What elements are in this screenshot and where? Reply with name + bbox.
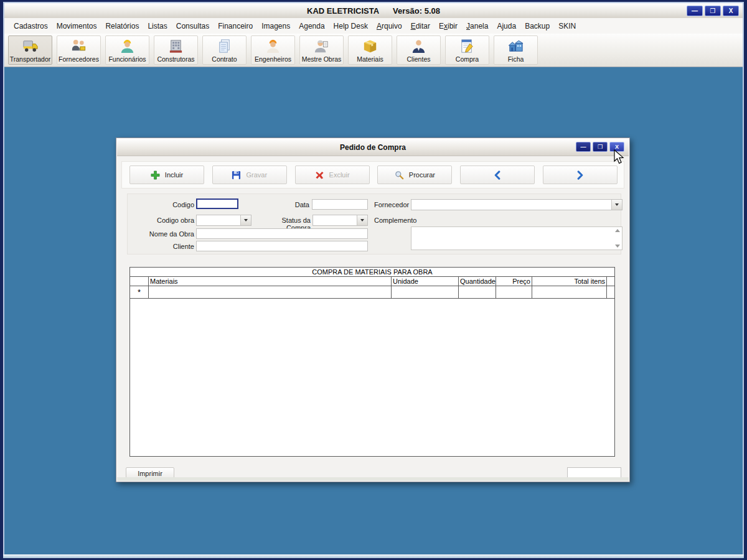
menu-item-arquivo[interactable]: Arquivo <box>372 20 406 32</box>
grid-cell[interactable] <box>392 286 459 298</box>
menu-item-janela[interactable]: Janela <box>462 20 492 32</box>
box-icon <box>362 38 378 55</box>
total-input[interactable] <box>567 467 621 478</box>
grid-filler-cell <box>607 286 614 298</box>
toolbar-button-label: Fornecedores <box>59 55 99 63</box>
toolbar-button-engenheiros[interactable]: Engenheiros <box>251 35 295 65</box>
order-form-panel: Codigo Data Fornecedor Codigo obra Statu… <box>127 194 621 254</box>
grid-new-row[interactable]: * <box>130 286 614 299</box>
data-input[interactable] <box>312 199 368 210</box>
toolbar-button-transportador[interactable]: Transportador <box>8 35 52 65</box>
grid-cell[interactable] <box>459 286 496 298</box>
complemento-scrollbar[interactable] <box>613 227 622 250</box>
toolbar-button-label: Clientes <box>407 55 431 63</box>
grid-header-row: MateriaisUnidadeQuantidadePreçoTotal ite… <box>130 277 614 286</box>
procurar-button[interactable]: Procurar <box>377 166 452 184</box>
complemento-label: Complemento <box>374 217 430 224</box>
fornecedor-label: Fornecedor <box>374 201 409 208</box>
complemento-value <box>411 227 613 250</box>
grid-filler-cell <box>607 277 614 286</box>
search-icon <box>395 170 404 180</box>
gravar-button[interactable]: Gravar <box>212 166 287 184</box>
toolbar-button-compra[interactable]: Compra <box>445 35 489 65</box>
action-row: Incluir Gravar Excluir Procurar <box>129 166 618 184</box>
mouse-cursor <box>614 149 626 166</box>
chevron-down-icon <box>615 203 619 206</box>
codigo-obra-combobox[interactable] <box>196 215 251 226</box>
maximize-button[interactable]: ❒ <box>705 6 721 16</box>
scroll-down-icon <box>615 245 620 248</box>
codigo-input[interactable] <box>196 198 238 209</box>
menu-item-backup[interactable]: Backup <box>520 20 554 32</box>
fornecedor-value <box>411 200 611 210</box>
toolbar-button-label: Contrato <box>212 55 237 63</box>
house-icon <box>507 38 524 55</box>
menu-bar: CadastrosMovimentosRelatóriosListasConsu… <box>4 18 743 34</box>
excluir-label: Excluir <box>329 171 350 179</box>
next-record-button[interactable] <box>543 166 618 184</box>
menu-item-consultas[interactable]: Consultas <box>172 20 214 32</box>
excluir-button[interactable]: Excluir <box>295 166 370 184</box>
app-version: Versão: 5.08 <box>393 6 440 16</box>
menu-item-movimentos[interactable]: Movimentos <box>52 20 101 32</box>
menu-item-listas[interactable]: Listas <box>143 20 171 32</box>
menu-item-cadastros[interactable]: Cadastros <box>9 20 52 32</box>
new-row-marker[interactable]: * <box>130 286 149 298</box>
complemento-textarea[interactable] <box>411 226 622 250</box>
pedido-de-compra-dialog: Pedido de Compra — ❒ X Incluir Gravar Ex… <box>116 138 630 482</box>
foreman-icon <box>313 38 330 55</box>
menu-item-financeiro[interactable]: Financeiro <box>214 20 257 32</box>
toolbar-button-construtoras[interactable]: Construtoras <box>154 35 198 65</box>
grid-column-header-selector <box>130 277 149 286</box>
materials-grid[interactable]: COMPRA DE MATERIAIS PARA OBRA MateriaisU… <box>129 267 615 457</box>
toolbar-button-contrato[interactable]: Contrato <box>202 35 247 65</box>
purchase-icon <box>459 38 476 55</box>
grid-cell[interactable] <box>149 286 392 298</box>
cliente-input[interactable] <box>196 241 368 251</box>
chevron-right-icon <box>575 170 585 180</box>
chevron-down-icon <box>244 219 248 222</box>
menu-item-imagens[interactable]: Imagens <box>257 20 294 32</box>
delete-x-icon <box>315 170 324 180</box>
menu-item-relatorios[interactable]: Relatórios <box>101 20 143 32</box>
main-titlebar[interactable]: KAD ELETRICISTA Versão: 5.08 — ❒ X <box>4 3 743 18</box>
worker-icon <box>119 38 136 55</box>
toolbar-button-funcionarios[interactable]: Funcionários <box>105 35 149 65</box>
fornecedor-combobox[interactable] <box>411 199 622 210</box>
dialog-bottom-strip <box>117 477 629 481</box>
toolbar-button-fornecedores[interactable]: Fornecedores <box>57 35 101 65</box>
grid-column-header-unidade: Unidade <box>392 277 459 286</box>
menu-item-agenda[interactable]: Agenda <box>294 20 329 32</box>
dialog-maximize-button[interactable]: ❒ <box>593 142 608 152</box>
menu-item-editar[interactable]: Editar <box>406 20 435 32</box>
toolbar-button-ficha[interactable]: Ficha <box>494 35 538 65</box>
status-compra-dropdown-button[interactable] <box>357 215 367 225</box>
toolbar-button-mestre-obras[interactable]: Mestre Obras <box>299 35 344 65</box>
dialog-titlebar[interactable]: Pedido de Compra — ❒ X <box>117 139 629 156</box>
menu-item-ajuda[interactable]: Ajuda <box>492 20 520 32</box>
fornecedor-dropdown-button[interactable] <box>611 200 622 210</box>
codigo-obra-dropdown-button[interactable] <box>240 215 251 225</box>
close-button[interactable]: X <box>723 6 739 16</box>
truck-icon <box>22 38 39 55</box>
grid-column-header-total-itens: Total itens <box>532 277 607 286</box>
toolbar-button-materiais[interactable]: Materiais <box>348 35 392 65</box>
menu-item-skin[interactable]: SKIN <box>554 20 580 32</box>
procurar-label: Procurar <box>409 171 435 179</box>
cliente-label: Cliente <box>140 243 194 250</box>
grid-cell[interactable] <box>496 286 532 298</box>
minimize-button[interactable]: — <box>687 6 703 16</box>
menu-item-help-desk[interactable]: Help Desk <box>329 20 372 32</box>
nome-obra-input[interactable] <box>196 228 368 239</box>
building-icon <box>167 38 184 55</box>
menu-item-exibir[interactable]: Exibir <box>435 20 462 32</box>
dialog-title: Pedido de Compra <box>340 143 406 152</box>
previous-record-button[interactable] <box>460 166 535 184</box>
floppy-disk-icon <box>232 170 241 180</box>
incluir-button[interactable]: Incluir <box>129 166 204 184</box>
dialog-minimize-button[interactable]: — <box>576 142 591 152</box>
status-compra-combobox[interactable] <box>312 215 368 226</box>
suppliers-icon <box>70 38 87 55</box>
grid-cell[interactable] <box>532 286 607 298</box>
toolbar-button-clientes[interactable]: Clientes <box>397 35 441 65</box>
